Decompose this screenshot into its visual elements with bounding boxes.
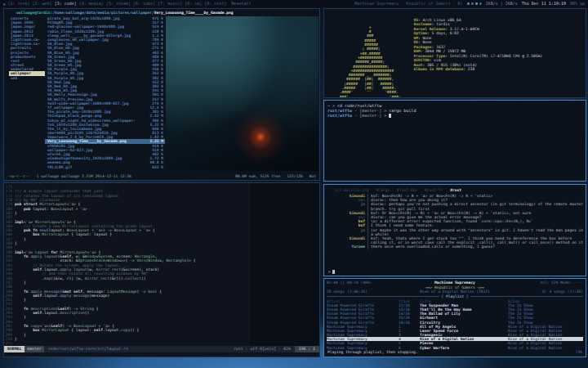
- irc-nick[interactable]: Yurume: [327, 245, 368, 249]
- text-cursor: [332, 270, 335, 274]
- ascii-art-line: ###' '###;: [337, 95, 400, 98]
- irc-client-window[interactable]: irc.mozilla.org#cargo#rust-dev#rust-fr#r…: [323, 184, 586, 276]
- workspace-button[interactable]: 6: tube: [133, 0, 155, 7]
- code-text: }: [15, 241, 17, 245]
- irc-message: jn (or maybe it was the other way around…: [327, 228, 583, 236]
- irc-channel-tab[interactable]: #cargo: [376, 186, 390, 194]
- mode-indicator: Resetall: [231, 0, 251, 7]
- code-text: }: [15, 298, 26, 302]
- filetype-segment: rust: [231, 346, 246, 352]
- code-text: box MirrorLayout { layout: self.layout.c…: [15, 328, 139, 332]
- file-permissions-label: -rw-r--r--: [7, 174, 30, 179]
- ranger-status-bar: -rw-r--r-- 1 wallwage wallwage 2.21M 201…: [4, 174, 319, 179]
- arch-logo-icon: ▲: [3, 0, 5, 7]
- code-text: pub layout: Box<Layout + 'a>: [15, 207, 87, 211]
- system-info-list: OS: Arch Linux x86_64 Hostname: tardis K…: [413, 12, 542, 97]
- uptime-label: 98% up: [570, 0, 585, 7]
- music-player-window[interactable]: 01:44 [] 04:14 (40%) Machinae Supremacy …: [323, 278, 586, 357]
- player-status-text: Playing through playlist, then stopping.: [327, 350, 418, 355]
- playlist-track: 6: [399, 346, 420, 350]
- irc-input-line[interactable]: >: [328, 270, 335, 274]
- workspace-button[interactable]: 2: web: [33, 0, 52, 7]
- info-value: tardis: [436, 22, 450, 26]
- system-tray: [467, 2, 482, 5]
- file-name: Y8LJL8M.gif: [45, 165, 150, 169]
- arch-ascii-art: + # ### ##### ###### ; #####; +##.##### …: [337, 12, 400, 97]
- vim-mode-segment: NORMAL: [4, 346, 24, 352]
- info-label: RAM:: [413, 49, 425, 53]
- workspace-list: 1: term2: web3: code4: media5: steam6: t…: [7, 0, 226, 7]
- system-info-line: Albums in MPD database: 238: [413, 67, 542, 71]
- irc-nick[interactable]: jn: [327, 202, 368, 210]
- file-list: pirate_bay_bot_org-1920x1080.jpg 975 K P…: [45, 16, 165, 171]
- code-text: }: [15, 315, 26, 319]
- workspace-button[interactable]: 3: code: [55, 0, 77, 7]
- info-value: Arch Linux x86_64: [423, 18, 461, 22]
- cargo-terminal-window[interactable]: ~ > cd code/rust/wtftwrust/wtftw - [mast…: [323, 100, 586, 182]
- vim-command-line[interactable]: [4, 352, 319, 357]
- workspace-button[interactable]: 9: rest: [204, 0, 226, 7]
- info-value: 3844 MB / 15972 MB: [425, 49, 466, 53]
- git-branch-segment: master: [24, 346, 43, 352]
- vim-editor-window[interactable]: 175 176 /// A simple layout container th…: [3, 182, 320, 357]
- code-text: box MirrorLayout { layout: layout }: [15, 232, 112, 236]
- irc-channel-tab[interactable]: irc.mozilla.org: [335, 186, 369, 194]
- directory-item[interactable]: web: [9, 76, 45, 80]
- playlist: Steam Powered Giraffe 12/16 The Suspende…: [327, 303, 583, 350]
- workspace-button[interactable]: 1: term: [7, 0, 29, 7]
- wallpaper-preview-image: [166, 16, 318, 171]
- info-value: 3.17.4-1-ARCH: [450, 27, 479, 31]
- ranger-window[interactable]: wallwage@tardis:/home/wallwage/data/medi…: [3, 8, 320, 181]
- playlist-album: Rise of a Digital Nation: [508, 346, 583, 350]
- workspace-button[interactable]: 8: im: [185, 0, 202, 7]
- tray-icon[interactable]: [467, 2, 470, 5]
- now-playing-label: Machinae Supremacy - Republic of Gamers …: [354, 0, 462, 7]
- irc-nick[interactable]: kimundi: [327, 236, 368, 245]
- terminal-line: rust/wtftw - [master-] >: [327, 113, 582, 118]
- irc-channel-tab[interactable]: #rust: [450, 186, 461, 194]
- info-value: Intel(R) Core(TM) i7-4710HQ CPU @ 2.50GH…: [450, 54, 542, 58]
- playlist-title: Cyber Warfare: [420, 346, 508, 350]
- workspace-button[interactable]: 4: media: [79, 0, 104, 7]
- tray-icon[interactable]: [475, 2, 478, 5]
- scroll-percent-segment: 43%: [281, 346, 293, 352]
- player-status-percent: 73%: [576, 350, 582, 355]
- irc-message-text: ksf: Yeah, thats where I get stuck too ^…: [368, 236, 583, 245]
- filepath-segment: code/rust/wtftw-core/src/layout.rs: [44, 346, 231, 352]
- info-value: vim: [434, 58, 440, 62]
- irc-message-text: (or maybe it was the other way around wi…: [368, 228, 583, 236]
- vim-statusline: NORMAL master code/rust/wtftw-core/src/l…: [4, 346, 319, 352]
- info-label: Uptime:: [413, 31, 431, 35]
- workspace-button[interactable]: 7: music: [158, 0, 182, 7]
- now-playing-header-3: 26 songs (1:46:16) Rise of a Digital Nat…: [327, 289, 583, 294]
- user-host-label: wallwage@tardis:: [16, 11, 52, 15]
- list-position-label: 122/126: [287, 174, 302, 179]
- code-text: }: [15, 337, 17, 341]
- encoding-segment: utf-8[unix]: [247, 346, 278, 352]
- code-text: }: [15, 280, 26, 285]
- info-value: 238: [468, 67, 474, 71]
- irc-message-text: divrac: perhaps you're not pushing a dir…: [368, 202, 583, 210]
- info-label: Processor Type:: [413, 54, 449, 58]
- irc-nick[interactable]: jn: [327, 228, 368, 236]
- file-row[interactable]: Y8LJL8M.gif 633 K: [45, 165, 165, 169]
- irc-channel-tab[interactable]: #rust-dev: [397, 186, 417, 194]
- playlist-row[interactable]: Machinae Supremacy 6 Cyber Warfare Rise …: [327, 346, 583, 350]
- scroll-indicator: Bot: [310, 174, 316, 179]
- tray-icon[interactable]: [471, 2, 474, 5]
- irc-message-text: there once were overloaded_calls or some…: [368, 245, 583, 249]
- workspace-button[interactable]: 5: steam: [106, 0, 131, 7]
- playlist-divider-label: ┤ Playlist ├: [439, 294, 470, 298]
- irc-channel-tab[interactable]: #rust-fr: [425, 186, 443, 194]
- playlist-length-label: 26 songs (1:46:16): [327, 289, 420, 294]
- line-number: 211: [4, 341, 15, 345]
- irc-message-list: kimundi ksf: Box<Fn(R) -> R + 'a> or Box…: [327, 194, 583, 249]
- info-value: 5 days, 6:02: [432, 31, 459, 35]
- tray-icon[interactable]: [479, 2, 482, 5]
- info-label: Hostname:: [413, 22, 436, 26]
- code-area[interactable]: 175 176 /// A simple layout container th…: [4, 183, 319, 346]
- ascii-art-line: .####' '' '####.: [337, 90, 400, 94]
- system-info-window[interactable]: + # ### ##### ###### ; #####; +##.##### …: [323, 8, 586, 98]
- ascii-art-line: ###### |##| ######,: [337, 77, 400, 81]
- file-meta-label: 1 wallwage wallwage 2.21M 2014-12-11 12:…: [37, 174, 131, 179]
